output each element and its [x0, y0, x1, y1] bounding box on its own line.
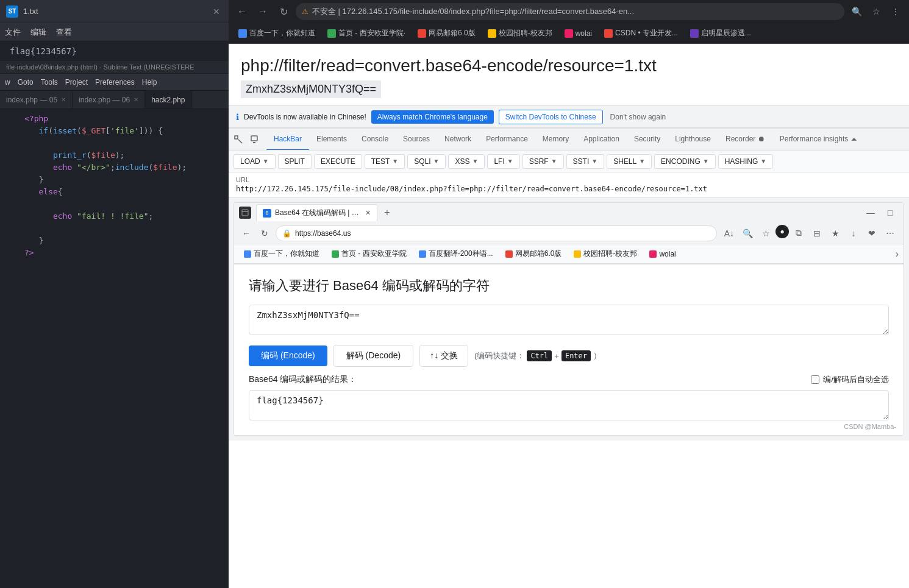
inner-bookmark-0[interactable]: 百度一下，你就知道: [239, 247, 324, 261]
bookmark-1[interactable]: 首页 - 西安欧亚学院·: [323, 26, 410, 41]
inner-tab-base64[interactable]: B Base64 在线编码解码 | Base64 加... ✕: [256, 204, 377, 221]
sublime-close-btn[interactable]: ✕: [210, 5, 223, 18]
menu2-tools[interactable]: Tools: [41, 78, 58, 87]
back-button[interactable]: ←: [233, 3, 251, 20]
devtools-tab-console[interactable]: Console: [354, 129, 396, 151]
sublime-tab-0[interactable]: index.php — 05 ✕: [0, 91, 73, 109]
inner-bookmark-4[interactable]: 校园招聘-校友邦: [569, 247, 642, 261]
inner-bookmarks-more[interactable]: ›: [896, 249, 899, 260]
inner-minimize-btn[interactable]: —: [862, 204, 879, 221]
devtools-tab-security[interactable]: Security: [627, 129, 668, 151]
devtools-tab-performance[interactable]: Performance: [479, 129, 535, 151]
code-line-7: else{: [0, 187, 229, 199]
inner-back-btn[interactable]: ←: [239, 226, 254, 241]
bookmark-4[interactable]: wolai: [560, 27, 597, 40]
inner-restore-btn[interactable]: □: [882, 204, 899, 221]
inner-sidebar-icon[interactable]: ❤: [863, 225, 880, 242]
search-icon[interactable]: 🔍: [848, 3, 865, 20]
enter-key: Enter: [561, 350, 591, 361]
inner-bookmark-1[interactable]: 首页 - 西安欧亚学院: [327, 247, 412, 261]
menu2-help[interactable]: Help: [142, 78, 157, 87]
inner-split-icon[interactable]: ⊟: [808, 225, 825, 242]
url-value[interactable]: http://172.26.145.175/file-include/08/in…: [236, 185, 902, 193]
dismiss-notification[interactable]: Don't show again: [610, 113, 666, 121]
hackbar-hashing-btn[interactable]: HASHING ▼: [718, 154, 774, 169]
menu2-w[interactable]: w: [5, 78, 10, 87]
encoded-text: ZmxhZ3sxMjM0NTY3fQ==: [241, 80, 381, 98]
bookmark-5[interactable]: CSDN • 专业开发...: [599, 26, 683, 41]
forward-button[interactable]: →: [254, 3, 271, 20]
bookmark-0[interactable]: 百度一下，你就知道: [233, 26, 320, 41]
devtools-tab-hackbar[interactable]: HackBar: [266, 129, 309, 151]
devtools-tab-elements[interactable]: Elements: [309, 129, 354, 151]
reload-button[interactable]: ↻: [275, 3, 292, 20]
hackbar-ssti-btn[interactable]: SSTI ▼: [566, 154, 605, 169]
hackbar-xss-btn[interactable]: XSS ▼: [448, 154, 485, 169]
menu2-goto[interactable]: Goto: [18, 78, 34, 87]
bookmark-icon[interactable]: ☆: [868, 3, 885, 20]
devtools-tab-sources[interactable]: Sources: [396, 129, 437, 151]
bookmark-2[interactable]: 网易邮箱6.0版: [413, 26, 480, 41]
base64-result-field[interactable]: [249, 390, 889, 420]
devtools-tab-memory[interactable]: Memory: [535, 129, 576, 151]
devtools-tab-recorder[interactable]: Recorder ⏺: [718, 129, 772, 151]
base64-input-field[interactable]: [249, 305, 889, 335]
ctrl-key: Ctrl: [527, 350, 552, 361]
hackbar-split-btn[interactable]: SPLIT: [278, 154, 312, 169]
encode-button[interactable]: 编码 (Encode): [249, 345, 327, 366]
inner-star-icon[interactable]: ☆: [757, 225, 774, 242]
swap-button[interactable]: ↑↓ 交换: [419, 345, 468, 367]
hackbar-test-btn[interactable]: TEST ▼: [365, 154, 405, 169]
inner-menu-btn[interactable]: ⋯: [882, 225, 899, 242]
inner-readmode-icon[interactable]: A↓: [721, 225, 738, 242]
inner-favorites-icon[interactable]: ★: [827, 225, 844, 242]
decode-button[interactable]: 解码 (Decode): [333, 345, 413, 367]
hackbar-encoding-btn[interactable]: ENCODING ▼: [654, 154, 716, 169]
inner-extensions-icon[interactable]: ⧉: [790, 225, 807, 242]
devtools-tab-lighthouse[interactable]: Lighthouse: [668, 129, 718, 151]
inner-profile-circle[interactable]: ●: [775, 225, 789, 238]
inner-address-bar[interactable]: 🔒 https://base64.us: [276, 225, 717, 241]
switch-to-chinese-button[interactable]: Switch DevTools to Chinese: [499, 110, 603, 124]
hackbar-ssrf-btn[interactable]: SSRF ▼: [522, 154, 564, 169]
address-bar[interactable]: ⚠ 不安全 | 172.26.145.175/file-include/08/i…: [296, 3, 844, 20]
menu-file[interactable]: 文件: [5, 27, 21, 38]
devtools-tab-perf-insights[interactable]: Performance insights ⏶: [772, 129, 865, 151]
menu-edit[interactable]: 编辑: [30, 27, 46, 38]
devtools-tab-network[interactable]: Network: [437, 129, 479, 151]
code-line-6: }: [0, 175, 229, 187]
inner-reload-btn[interactable]: ↻: [257, 226, 272, 241]
code-line-4: print_r($file);: [0, 151, 229, 163]
menu-view[interactable]: 查看: [56, 27, 72, 38]
inner-bookmark-2[interactable]: 百度翻译-200种语...: [414, 247, 498, 261]
inner-downloads-icon[interactable]: ↓: [845, 225, 862, 242]
bookmark-3[interactable]: 校园招聘-校友邦: [483, 26, 557, 41]
hackbar-sqli-btn[interactable]: SQLI ▼: [407, 154, 446, 169]
sublime-tab-1[interactable]: index.php — 06 ✕: [73, 91, 145, 109]
hackbar-shell-btn[interactable]: SHELL ▼: [607, 154, 652, 169]
tab-close-1[interactable]: ✕: [134, 96, 138, 103]
menu-icon[interactable]: ⋮: [887, 3, 904, 20]
devtools-tab-application[interactable]: Application: [576, 129, 627, 151]
inner-tab-close[interactable]: ✕: [365, 209, 371, 217]
inner-bookmark-3[interactable]: 网易邮箱6.0版: [501, 247, 567, 261]
match-language-button[interactable]: Always match Chrome's language: [371, 110, 494, 124]
bookmark-6[interactable]: 启明星辰渗透...: [685, 26, 756, 41]
hackbar-execute-btn[interactable]: EXECUTE: [314, 154, 362, 169]
inner-zoom-icon[interactable]: 🔍: [739, 225, 756, 242]
ssti-dropdown-icon: ▼: [591, 158, 597, 165]
hackbar-lfi-btn[interactable]: LFI ▼: [487, 154, 519, 169]
auto-select-checkbox[interactable]: [811, 375, 819, 384]
inner-new-tab-button[interactable]: +: [380, 205, 394, 220]
devtools-device-icon[interactable]: [247, 132, 262, 147]
tab-close-0[interactable]: ✕: [61, 96, 66, 103]
menu2-project[interactable]: Project: [65, 78, 88, 87]
inner-bookmark-5[interactable]: wolai: [644, 248, 680, 260]
code-line-12: ?>: [0, 248, 229, 260]
menu2-preferences[interactable]: Preferences: [95, 78, 135, 87]
devtools-inspect-icon[interactable]: [231, 132, 246, 147]
hackbar-load-btn[interactable]: LOAD ▼: [233, 154, 276, 169]
sublime-tab-2[interactable]: hack2.php: [145, 91, 191, 109]
page-credit: CSDN @Mamba-: [844, 423, 896, 430]
svg-rect-1: [251, 136, 257, 141]
